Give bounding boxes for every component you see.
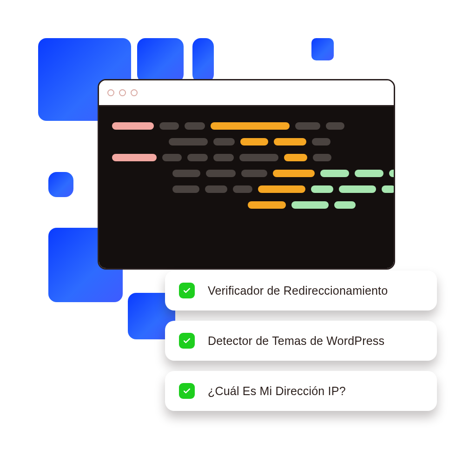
code-token: [172, 185, 199, 193]
code-token: [273, 170, 315, 177]
code-token: [339, 185, 376, 193]
code-token: [205, 185, 227, 193]
code-token: [206, 170, 236, 177]
code-token: [233, 185, 252, 193]
code-token: [320, 170, 349, 177]
code-token: [169, 138, 208, 145]
window-control-icon: [119, 89, 126, 96]
code-token: [239, 154, 278, 161]
code-token: [241, 170, 267, 177]
feature-label: Detector de Temas de WordPress: [208, 334, 384, 348]
code-token: [382, 185, 395, 193]
code-token: [187, 154, 208, 161]
window-control-icon: [107, 89, 114, 96]
code-token: [159, 122, 179, 130]
code-token: [185, 122, 205, 130]
feature-card-redirect-checker[interactable]: Verificador de Redireccionamiento: [165, 271, 437, 311]
code-token: [112, 154, 157, 161]
decorative-block: [48, 172, 73, 197]
code-token: [258, 185, 305, 193]
code-line: [112, 201, 381, 209]
code-line: [112, 154, 381, 161]
code-token: [334, 201, 356, 209]
code-token: [312, 138, 331, 145]
feature-card-wp-theme-detector[interactable]: Detector de Temas de WordPress: [165, 321, 437, 361]
code-token: [274, 138, 306, 145]
code-editor-window: [98, 79, 395, 270]
code-token: [284, 154, 307, 161]
feature-label: Verificador de Redireccionamiento: [208, 284, 388, 298]
code-token: [326, 122, 344, 130]
decorative-block: [311, 38, 334, 60]
code-token: [213, 138, 235, 145]
feature-label: ¿Cuál Es Mi Dirección IP?: [208, 384, 346, 398]
code-token: [313, 154, 331, 161]
code-area: [99, 106, 394, 268]
code-token: [172, 170, 200, 177]
code-token: [295, 122, 320, 130]
code-token: [248, 201, 286, 209]
check-icon: [179, 333, 195, 349]
decorative-block: [192, 38, 214, 83]
feature-card-ip-address[interactable]: ¿Cuál Es Mi Dirección IP?: [165, 371, 437, 411]
code-token: [240, 138, 268, 145]
check-icon: [179, 383, 195, 399]
code-token: [291, 201, 329, 209]
code-line: [112, 185, 381, 193]
window-control-icon: [131, 89, 138, 96]
check-icon: [179, 283, 195, 298]
code-line: [112, 138, 381, 145]
code-line: [112, 170, 381, 177]
code-token: [311, 185, 333, 193]
decorative-block: [137, 38, 184, 83]
feature-list: Verificador de Redireccionamiento Detect…: [165, 271, 437, 411]
code-token: [213, 154, 234, 161]
code-token: [355, 170, 383, 177]
code-token: [162, 154, 182, 161]
code-token: [389, 170, 395, 177]
code-token: [112, 122, 154, 130]
code-token: [211, 122, 290, 130]
window-titlebar: [99, 80, 394, 106]
code-line: [112, 122, 381, 130]
